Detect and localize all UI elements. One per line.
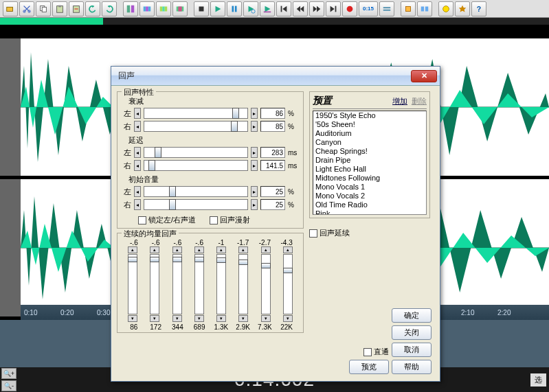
decay-r-dec[interactable]: ◂ — [134, 121, 141, 132]
preset-item[interactable]: Auditorium — [313, 129, 426, 138]
eq-8-slider[interactable] — [283, 254, 293, 314]
decay-l-inc[interactable]: ▸ — [251, 108, 258, 119]
tb-mixpaste-icon[interactable] — [69, 1, 84, 16]
eq-2-dn[interactable]: ▾ — [150, 315, 159, 322]
eq-7-slider[interactable] — [261, 254, 271, 314]
tb-ffwd-icon[interactable] — [309, 1, 324, 16]
eq-6-dn[interactable]: ▾ — [238, 315, 248, 322]
tb-convert-icon[interactable] — [401, 1, 416, 16]
cancel-button[interactable]: 取消 — [392, 343, 432, 357]
tb-split-icon[interactable] — [123, 1, 138, 16]
delay-r-value[interactable]: 141.5 — [260, 160, 285, 171]
preset-item[interactable]: Pink — [313, 209, 426, 215]
eq-4-slider[interactable] — [194, 254, 204, 314]
preset-item[interactable]: Midtones Following — [313, 174, 426, 183]
delay-l-inc[interactable]: ▸ — [251, 147, 258, 158]
init-r-slider[interactable] — [144, 199, 248, 210]
preset-item[interactable]: Canyon — [313, 138, 426, 147]
close-icon[interactable]: ✕ — [411, 70, 437, 82]
tb-range1-icon[interactable] — [156, 1, 171, 16]
delay-l-value[interactable]: 283 — [260, 147, 285, 158]
eq-3-dn[interactable]: ▾ — [172, 315, 182, 322]
tb-cut-icon[interactable] — [19, 1, 34, 16]
decay-l-slider[interactable] — [144, 108, 248, 119]
eq-7-up[interactable]: ▴ — [261, 246, 271, 253]
delay-r-inc[interactable]: ▸ — [251, 160, 258, 171]
decay-r-slider[interactable] — [144, 121, 248, 132]
eq-3-slider[interactable] — [172, 254, 182, 314]
tb-settings-icon[interactable] — [417, 1, 432, 16]
tb-rewind-icon[interactable] — [293, 1, 308, 16]
tb-undo-icon[interactable] — [85, 1, 100, 16]
close-button[interactable]: 关闭 — [392, 325, 432, 340]
tb-toend-icon[interactable] — [326, 1, 341, 16]
preset-item[interactable]: Old Time Radio — [313, 200, 426, 209]
delay-l-dec[interactable]: ◂ — [134, 147, 141, 158]
tb-pause-icon[interactable] — [227, 1, 242, 16]
eq-1-dn[interactable]: ▾ — [128, 315, 137, 322]
tb-open-icon[interactable] — [3, 1, 18, 16]
eq-3-up[interactable]: ▴ — [172, 246, 182, 253]
eq-5-slider[interactable] — [216, 254, 226, 314]
preset-del-link[interactable]: 删除 — [412, 96, 427, 106]
preset-item[interactable]: Mono Vocals 2 — [313, 192, 426, 200]
decay-l-value[interactable]: 86 — [260, 108, 285, 119]
tb-range2-icon[interactable] — [172, 1, 188, 16]
selection-strip[interactable] — [0, 18, 549, 25]
tb-help-icon[interactable]: ? — [471, 1, 486, 16]
eq-8-dn[interactable]: ▾ — [283, 315, 293, 322]
eq-5-dn[interactable]: ▾ — [216, 315, 226, 322]
tb-fx-icon[interactable] — [438, 1, 453, 16]
init-r-inc[interactable]: ▸ — [251, 199, 258, 210]
init-r-dec[interactable]: ◂ — [134, 199, 141, 210]
eq-5-up[interactable]: ▴ — [216, 246, 226, 253]
preset-item[interactable]: Mono Vocals 1 — [313, 183, 426, 192]
eq-6-slider[interactable] — [238, 254, 248, 314]
tb-paste-icon[interactable] — [52, 1, 67, 16]
tb-record-icon[interactable] — [342, 1, 357, 16]
tb-playrange-icon[interactable] — [260, 1, 275, 16]
eq-8-up[interactable]: ▴ — [283, 246, 293, 253]
eq-4-dn[interactable]: ▾ — [194, 315, 204, 322]
init-l-inc[interactable]: ▸ — [251, 186, 258, 197]
delay-r-slider[interactable] — [144, 160, 248, 171]
tb-tostart-icon[interactable] — [276, 1, 291, 16]
init-l-value[interactable]: 25 — [260, 186, 285, 197]
tb-goto-icon[interactable]: 0:15 — [359, 1, 378, 16]
echo-diffuse-checkbox[interactable]: 回声漫射 — [210, 215, 250, 225]
eq-1-up[interactable]: ▴ — [128, 246, 137, 253]
echo-continue-checkbox[interactable]: 回声延续 — [309, 228, 430, 238]
tb-play-icon[interactable] — [210, 1, 225, 16]
preset-item[interactable]: Light Echo Hall — [313, 165, 426, 174]
zoom-in-button[interactable]: 🔍+ — [1, 368, 16, 379]
init-l-slider[interactable] — [144, 186, 248, 197]
preset-item[interactable]: Drain Pipe — [313, 156, 426, 165]
eq-6-up[interactable]: ▴ — [238, 246, 248, 253]
preset-item[interactable]: '50s Sheen! — [313, 120, 426, 129]
decay-l-dec[interactable]: ◂ — [134, 108, 141, 119]
delay-l-slider[interactable] — [144, 147, 248, 158]
zoom-out-button[interactable]: 🔍- — [1, 380, 16, 391]
decay-r-inc[interactable]: ▸ — [251, 121, 258, 132]
decay-r-value[interactable]: 85 — [260, 121, 285, 132]
preset-list[interactable]: 1950's Style Echo '50s Sheen! Auditorium… — [313, 111, 427, 215]
delay-r-dec[interactable]: ◂ — [134, 160, 141, 171]
init-r-value[interactable]: 25 — [260, 199, 285, 210]
tb-view-icon[interactable] — [379, 1, 394, 16]
eq-1-slider[interactable] — [128, 254, 137, 314]
tb-stop-icon[interactable] — [194, 1, 209, 16]
init-l-dec[interactable]: ◂ — [134, 186, 141, 197]
preview-button[interactable]: 预览 — [349, 360, 389, 374]
lock-lr-checkbox[interactable]: 锁定左/右声道 — [138, 215, 196, 225]
ok-button[interactable]: 确定 — [392, 308, 432, 323]
preset-item[interactable]: 1950's Style Echo — [313, 111, 426, 120]
eq-2-up[interactable]: ▴ — [150, 246, 159, 253]
passthrough-checkbox[interactable]: 直通 — [363, 347, 389, 357]
preset-item[interactable]: Cheap Springs! — [313, 147, 426, 156]
eq-7-dn[interactable]: ▾ — [261, 315, 271, 322]
dialog-titlebar[interactable]: 回声 ✕ — [111, 67, 440, 86]
tb-trim-icon[interactable] — [139, 1, 155, 16]
eq-4-up[interactable]: ▴ — [194, 246, 204, 253]
tb-opts-icon[interactable] — [455, 1, 470, 16]
eq-2-slider[interactable] — [150, 254, 159, 314]
